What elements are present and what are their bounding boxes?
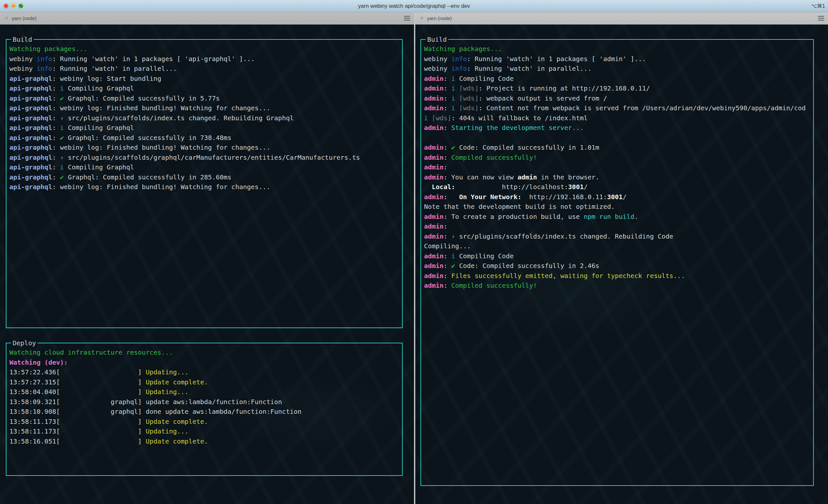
terminal-line: 13:57:27.315[ ] Update complete. (9, 377, 400, 387)
terminal-line: Watching packages... (9, 44, 400, 54)
terminal-pane-left[interactable]: Build Watching packages...webiny info: R… (0, 25, 414, 504)
close-tab-icon[interactable]: × (415, 14, 427, 22)
terminal-line: admin: (424, 162, 811, 172)
close-window-button[interactable] (4, 4, 8, 8)
terminal-line: admin: You can now view admin in the bro… (424, 172, 811, 182)
window-shortcut-badge: ⌥⌘1 (811, 3, 828, 9)
close-tab-icon[interactable]: × (0, 14, 12, 22)
terminal-line: Watching (dev): (9, 358, 400, 368)
terminal-line: Watching packages... (424, 44, 811, 54)
terminal-line: admin: ✔ Code: Compiled successfully in … (424, 143, 811, 152)
terminal-line: admin: i ⌈wds⌋: webpack output is served… (424, 93, 811, 103)
deploy-panel: Deploy Watching cloud infrastructure res… (6, 340, 403, 476)
terminal-line: i ⌈wds⌋: 404s will fallback to /index.ht… (424, 113, 811, 123)
tab-label[interactable]: yarn (node) (12, 15, 37, 21)
terminal-line: webiny info: Running 'watch' in parallel… (424, 64, 811, 74)
panel-title: Build (11, 36, 34, 43)
terminal-line: admin: Compiled successfully! (424, 281, 811, 291)
terminal-line: api-graphql: webiny log: Finished bundli… (9, 182, 400, 192)
terminal-line: Compiling... (424, 241, 811, 251)
terminal-line: admin: (424, 222, 811, 231)
terminal-line: webiny info: Running 'watch' in 1 packag… (424, 54, 811, 64)
zoom-window-button[interactable] (18, 4, 23, 8)
tab-row: × yarn (node) × yarn (node) (0, 12, 828, 25)
terminal-line: admin: On Your Network: http://192.168.0… (424, 192, 811, 202)
tab-left-yarn-node[interactable]: × yarn (node) (0, 12, 414, 25)
terminal-line: api-graphql: webiny log: Start bundling (9, 74, 400, 84)
terminal-line: Watching cloud infrastructure resources.… (9, 348, 400, 358)
close-modified-dot-icon (5, 5, 7, 7)
terminal-line: 13:58:04.040[ ] Updating... (9, 387, 400, 397)
window-title: yarn webiny watch api/code/graphql --env… (0, 3, 828, 9)
window-titlebar: yarn webiny watch api/code/graphql --env… (0, 0, 828, 12)
terminal-line: api-graphql: ✔ Graphql: Compiled success… (9, 133, 400, 143)
terminal-line: 13:58:16.051[ ] Update complete. (9, 437, 400, 447)
terminal-line: api-graphql: › src/plugins/scaffolds/gra… (9, 152, 400, 163)
minimize-window-button[interactable] (11, 4, 16, 8)
terminal-line: admin: Files successfully emitted, waiti… (424, 271, 811, 281)
terminal-line: 13:58:11.173[ ] Update complete. (9, 417, 400, 427)
log-output: Watching cloud infrastructure resources.… (9, 348, 400, 446)
terminal-line: webiny info: Running 'watch' in 1 packag… (9, 54, 400, 64)
terminal-line: 13:58:10.908[ graphql] done update aws:l… (9, 407, 400, 417)
terminal-line: api-graphql: ✔ Graphql: Compiled success… (9, 93, 400, 103)
terminal-line: api-graphql: i Compiling Graphql (9, 162, 400, 172)
terminal-line: 13:58:11.173[ ] Updating... (9, 426, 400, 437)
terminal-line: api-graphql: i Compiling Graphql (9, 83, 400, 93)
terminal-line: admin: i Compiling Code (424, 251, 811, 261)
terminal-line: api-graphql: i Compiling Graphql (9, 123, 400, 133)
terminal-line: admin: › src/plugins/scaffolds/index.ts … (424, 231, 811, 241)
terminal-line: api-graphql: webiny log: Finished bundli… (9, 103, 400, 113)
terminal-pane-right[interactable]: Build Watching packages...webiny info: R… (415, 25, 828, 504)
traffic-lights (0, 4, 23, 8)
terminal-line: 13:58:09.321[ graphql] update aws:lambda… (9, 397, 400, 407)
terminal-line: Local: http://localhost:3001/ (424, 182, 811, 192)
terminal-line: api-graphql: webiny log: Finished bundli… (9, 143, 400, 152)
tab-label[interactable]: yarn (node) (427, 15, 452, 21)
hamburger-menu-icon[interactable] (818, 16, 824, 21)
terminal-line: api-graphql: › src/plugins/scaffolds/ind… (9, 113, 400, 123)
terminal-line: admin: To create a production build, use… (424, 212, 811, 222)
terminal-line: admin: i Compiling Code (424, 74, 811, 84)
tab-right-yarn-node[interactable]: × yarn (node) (415, 12, 828, 25)
terminal-line: admin: i ⌈wds⌋: Content not from webpack… (424, 103, 811, 113)
build-panel: Build Watching packages...webiny info: R… (6, 36, 403, 328)
terminal-line (424, 133, 811, 143)
build-panel: Build Watching packages...webiny info: R… (420, 36, 814, 486)
log-output: Watching packages...webiny info: Running… (9, 44, 400, 192)
panel-title: Build (426, 36, 448, 43)
terminal-line: admin: Compiled successfully! (424, 152, 811, 163)
terminal-line: admin: ✔ Code: Compiled successfully in … (424, 261, 811, 271)
terminal-line: 13:57:22.436[ ] Updating... (9, 367, 400, 377)
hamburger-menu-icon[interactable] (404, 16, 410, 21)
minimize-icon (12, 6, 15, 6)
terminal-line: webiny info: Running 'watch' in parallel… (9, 64, 400, 74)
terminal-line: Note that the development build is not o… (424, 202, 811, 212)
panel-title: Deploy (11, 340, 38, 346)
fullscreen-icon (19, 4, 22, 7)
terminal-line: admin: Starting the development server..… (424, 123, 811, 133)
log-output: Watching packages...webiny info: Running… (424, 44, 811, 291)
terminal-content: Build Watching packages...webiny info: R… (0, 25, 828, 504)
terminal-line: api-graphql: ✔ Graphql: Compiled success… (9, 172, 400, 182)
terminal-line: admin: i ⌈wds⌋: Project is running at ht… (424, 83, 811, 93)
